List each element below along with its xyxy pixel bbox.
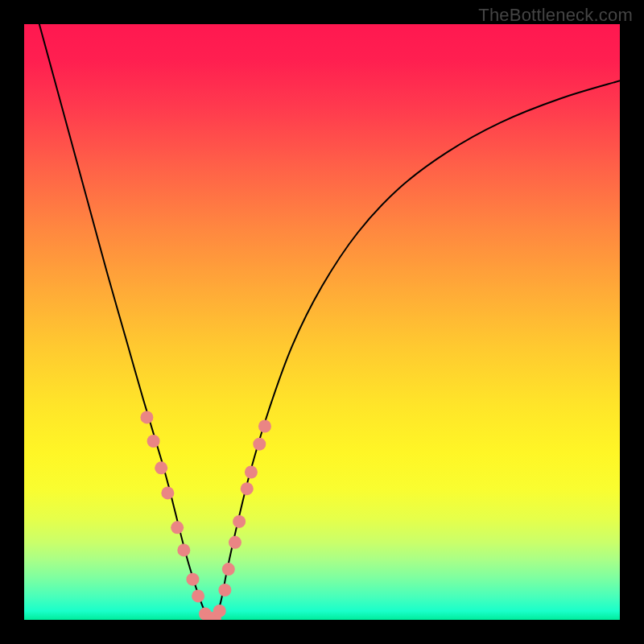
data-bead xyxy=(140,411,153,423)
data-bead xyxy=(147,435,160,448)
data-bead xyxy=(241,482,254,495)
data-bead xyxy=(171,521,184,534)
data-bead xyxy=(155,461,167,474)
bead-group xyxy=(140,411,271,620)
data-bead xyxy=(186,573,199,586)
plot-area xyxy=(24,24,620,620)
data-bead xyxy=(218,584,231,597)
data-bead xyxy=(222,563,235,576)
watermark-text: TheBottleneck.com xyxy=(478,5,633,26)
bottleneck-curve-layer xyxy=(24,24,620,620)
chart-frame: TheBottleneck.com xyxy=(0,0,644,644)
data-bead xyxy=(161,486,174,499)
data-bead xyxy=(253,438,266,451)
data-bead xyxy=(213,605,226,617)
data-bead xyxy=(233,515,246,528)
data-bead xyxy=(177,543,190,556)
data-bead xyxy=(229,536,242,549)
data-bead xyxy=(245,465,258,478)
bottleneck-curve xyxy=(36,24,620,620)
data-bead xyxy=(192,589,204,602)
data-bead xyxy=(258,420,271,433)
